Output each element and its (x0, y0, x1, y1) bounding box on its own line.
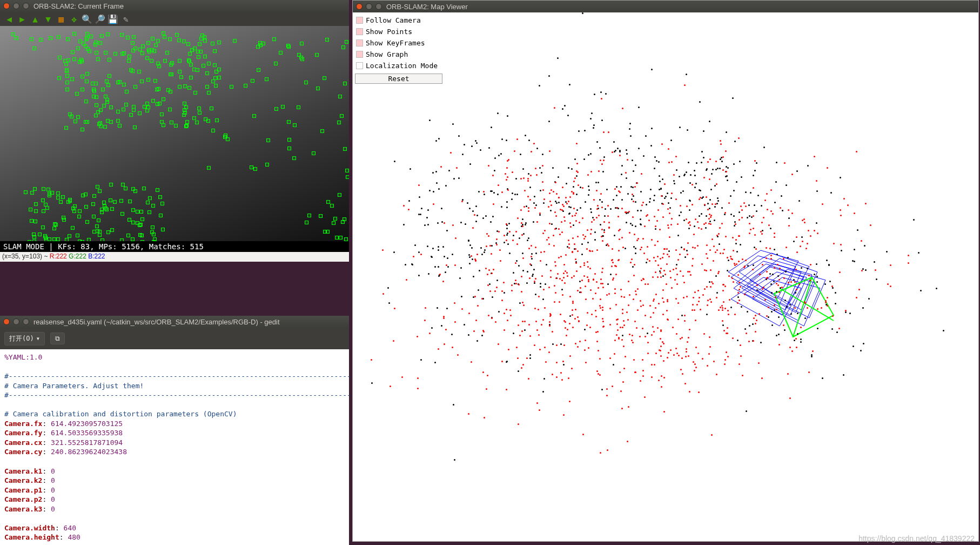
localization-mode-option[interactable]: Localization Mode (355, 60, 442, 71)
map-viewer-window: ORB-SLAM2: Map Viewer (352, 0, 979, 542)
checkbox-icon[interactable] (356, 28, 363, 35)
new-tab-icon: ⧉ (55, 335, 60, 342)
maximize-icon[interactable] (375, 3, 382, 10)
editor-body[interactable]: %YAML:1.0 #-----------------------------… (0, 349, 349, 545)
minimize-icon[interactable] (13, 318, 19, 325)
watermark: https://blog.csdn.net/qq_41839222 (858, 534, 975, 543)
image-toolbar: ◀ ▶ ▲ ▼ ▦ ✥ 🔍 🔎 💾 ✎ (0, 12, 349, 26)
yaml-directive: %YAML:1.0 (4, 353, 42, 361)
map-viewer-titlebar[interactable]: ORB-SLAM2: Map Viewer (353, 1, 978, 12)
checkbox-icon[interactable] (356, 17, 363, 24)
maximize-icon[interactable] (23, 318, 29, 325)
coord-g: G:222 (69, 252, 86, 260)
arrow-up-icon[interactable]: ▲ (30, 14, 40, 24)
zoom-in-icon[interactable]: 🔍 (82, 14, 92, 24)
checkbox-icon[interactable] (356, 39, 363, 46)
window-title: ORB-SLAM2: Map Viewer (386, 3, 468, 11)
map-controls: Follow Camera Show Points Show KeyFrames… (353, 12, 445, 87)
show-points-option[interactable]: Show Points (355, 26, 442, 37)
pixel-coord-bar: (x=35, y=103) ~ R:222 G:222 B:222 (0, 252, 349, 262)
close-icon[interactable] (3, 318, 10, 325)
gedit-titlebar[interactable]: realsense_d435i.yaml (~/catkin_ws/src/OR… (0, 316, 349, 328)
coord-pos: (x=35, y=103) ~ (2, 252, 50, 260)
reset-button[interactable]: Reset (355, 74, 442, 84)
close-icon[interactable] (3, 3, 10, 9)
window-title: realsense_d435i.yaml (~/catkin_ws/src/OR… (33, 318, 280, 326)
minimize-icon[interactable] (366, 3, 372, 10)
map-canvas[interactable] (353, 12, 978, 541)
gedit-window: realsense_d435i.yaml (~/catkin_ws/src/OR… (0, 316, 349, 545)
coord-b: B:222 (88, 252, 105, 260)
arrow-down-icon[interactable]: ▼ (43, 14, 53, 24)
window-title: ORB-SLAM2: Current Frame (33, 2, 124, 10)
gedit-toolbar: 打开(O) ▾ ⧉ (0, 328, 349, 349)
minimize-icon[interactable] (13, 3, 19, 9)
camera-frame (0, 26, 349, 241)
open-label: 打开(O) (9, 334, 34, 343)
open-button[interactable]: 打开(O) ▾ (4, 332, 45, 345)
home-icon[interactable]: ▦ (56, 14, 66, 24)
checkbox-icon[interactable] (356, 51, 363, 58)
pan-icon[interactable]: ✥ (69, 14, 79, 24)
current-frame-titlebar[interactable]: ORB-SLAM2: Current Frame (0, 0, 349, 12)
brush-icon[interactable]: ✎ (121, 14, 131, 24)
coord-r: R:222 (50, 252, 67, 260)
show-graph-option[interactable]: Show Graph (355, 49, 442, 60)
save-icon[interactable]: 💾 (108, 14, 118, 24)
close-icon[interactable] (356, 3, 363, 10)
maximize-icon[interactable] (23, 3, 29, 9)
show-keyframes-option[interactable]: Show KeyFrames (355, 37, 442, 49)
new-tab-button[interactable]: ⧉ (50, 333, 65, 344)
slam-status-bar: SLAM MODE | KFs: 83, MPs: 5156, Matches:… (0, 241, 349, 252)
current-frame-window: ORB-SLAM2: Current Frame ◀ ▶ ▲ ▼ ▦ ✥ 🔍 🔎… (0, 0, 349, 262)
arrow-right-icon[interactable]: ▶ (17, 14, 27, 24)
chevron-down-icon: ▾ (36, 335, 40, 342)
arrow-left-icon[interactable]: ◀ (4, 14, 14, 24)
follow-camera-option[interactable]: Follow Camera (355, 15, 442, 26)
zoom-out-icon[interactable]: 🔎 (95, 14, 105, 24)
checkbox-icon[interactable] (356, 62, 363, 69)
